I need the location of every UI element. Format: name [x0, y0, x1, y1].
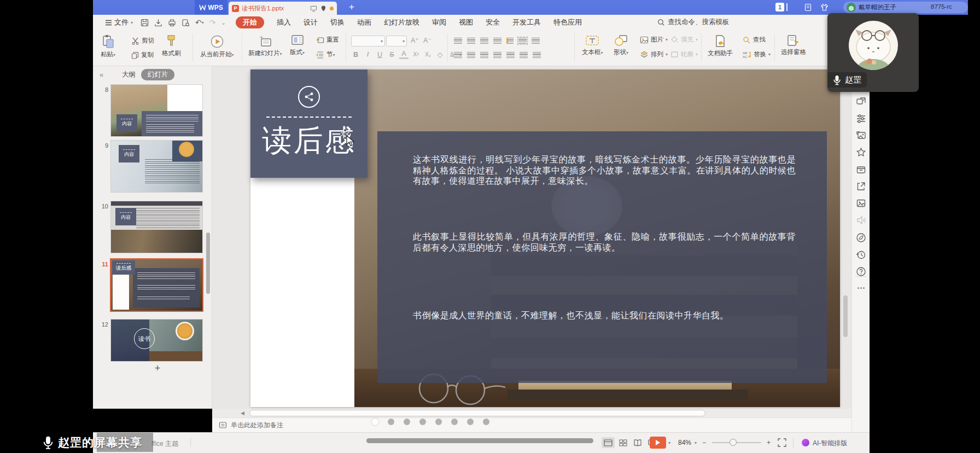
- columns-icon[interactable]: [532, 38, 540, 44]
- superscript-button[interactable]: X²: [411, 51, 421, 57]
- tab-slides[interactable]: 幻灯片: [141, 69, 175, 80]
- play-from-current-button[interactable]: 从当前开始▾: [200, 34, 234, 59]
- section-button[interactable]: 节▾: [316, 50, 335, 59]
- shapes-button[interactable]: 形状▾: [614, 34, 628, 56]
- location-pin-icon[interactable]: [320, 5, 327, 12]
- play-options-caret-icon[interactable]: ▾: [668, 440, 670, 445]
- slide-dot[interactable]: [451, 419, 458, 425]
- decrease-indent-icon[interactable]: [480, 38, 488, 44]
- undo-button[interactable]: ↶▾: [195, 18, 204, 27]
- tab-animation[interactable]: 动画: [357, 18, 371, 27]
- strikethrough-button[interactable]: S: [387, 51, 396, 59]
- document-tab[interactable]: P 读书报告1.pptx: [229, 2, 337, 15]
- tab-design[interactable]: 设计: [304, 18, 318, 27]
- undo-caret-icon[interactable]: ▾: [202, 20, 204, 25]
- print-icon[interactable]: [168, 19, 176, 27]
- font-color-button[interactable]: A: [399, 50, 409, 59]
- italic-button[interactable]: I: [363, 50, 372, 59]
- account-avatar[interactable]: [847, 3, 856, 12]
- subscript-button[interactable]: X₂: [423, 51, 433, 57]
- font-size-input[interactable]: ▾: [386, 36, 407, 47]
- skin-theme-icon[interactable]: [820, 3, 829, 11]
- tab-review[interactable]: 审阅: [432, 18, 446, 27]
- image-library-icon[interactable]: [856, 130, 866, 141]
- canvas-vertical-scrollbar[interactable]: [843, 295, 848, 337]
- bullets-icon[interactable]: [454, 38, 462, 44]
- clear-format-button[interactable]: ◇: [435, 50, 445, 59]
- panel-collapse-button[interactable]: «: [100, 71, 103, 79]
- doc-assistant-button[interactable]: 文档助手: [708, 34, 733, 57]
- switch-window-icon[interactable]: [856, 96, 866, 107]
- paragraph-settings-icon[interactable]: [518, 38, 527, 44]
- slide-dot-active[interactable]: [372, 419, 378, 425]
- find-button[interactable]: 查找: [743, 36, 766, 44]
- justify-icon[interactable]: [493, 52, 501, 58]
- textbox-button[interactable]: 文本框▾: [582, 34, 603, 56]
- slide-dot[interactable]: [483, 419, 489, 425]
- align-left-icon[interactable]: [454, 52, 462, 58]
- tab-security[interactable]: 安全: [486, 18, 500, 27]
- add-slide-button[interactable]: +: [150, 361, 165, 375]
- history-clock-icon[interactable]: [856, 249, 866, 260]
- increase-indent-icon[interactable]: [493, 38, 501, 44]
- slide-thumbnail-11-selected[interactable]: 读后感: [111, 259, 202, 311]
- tab-special[interactable]: 特色应用: [553, 18, 582, 27]
- normal-view-button[interactable]: [602, 437, 615, 448]
- tab-transition[interactable]: 切换: [330, 18, 345, 27]
- speaker-muted-icon[interactable]: [856, 215, 866, 225]
- quickbar-more-icon[interactable]: ⌄: [221, 20, 226, 26]
- align-right-icon[interactable]: [480, 52, 488, 58]
- slide-dot[interactable]: [419, 419, 426, 425]
- align-center-icon[interactable]: [467, 52, 475, 58]
- slide-sorter-view-button[interactable]: [616, 437, 629, 448]
- zoom-slider-thumb[interactable]: [730, 439, 737, 446]
- slide-dot[interactable]: [435, 419, 442, 425]
- print-preview-icon[interactable]: [182, 19, 190, 27]
- slide-thumbnail-10[interactable]: 内容: [111, 201, 202, 253]
- text-direction-icon[interactable]: [506, 38, 514, 44]
- slide-dot[interactable]: [404, 419, 410, 425]
- slide-thumbnail-9[interactable]: 内容: [111, 141, 202, 192]
- replace-button[interactable]: ABAC 替换▾: [743, 50, 771, 59]
- picture-button[interactable]: 图片▾: [640, 36, 668, 44]
- share-screen-icon[interactable]: [310, 5, 317, 12]
- slide-dot[interactable]: [388, 419, 394, 425]
- scroll-left-arrow-icon[interactable]: ◀: [241, 410, 244, 416]
- shrink-font-button[interactable]: A⁻: [423, 36, 432, 44]
- new-tab-button[interactable]: +: [346, 1, 358, 13]
- slide-paragraph-1[interactable]: 这本书双线进行，明线写到少年寻宝的故事，暗线写炼金术士的故事。少年历险寻宝的故事…: [413, 154, 796, 187]
- tab-slideshow[interactable]: 幻灯片放映: [384, 18, 419, 27]
- panel-scrollbar[interactable]: [206, 233, 210, 294]
- command-search[interactable]: 查找命令、搜索模板: [657, 18, 730, 27]
- more-options-icon[interactable]: [856, 283, 866, 293]
- distribute-icon[interactable]: [506, 52, 515, 58]
- ai-layout-button[interactable]: AI-智能排版: [813, 439, 847, 448]
- redo-button[interactable]: ↷: [209, 18, 216, 27]
- export-share-icon[interactable]: [856, 181, 866, 191]
- bold-button[interactable]: B: [351, 51, 360, 59]
- slide-paragraph-3[interactable]: 书倒像是成人世界的童话，不难理解，也不浅显，能让我们在阅读中升华自我。: [413, 310, 796, 321]
- zoom-caret-icon[interactable]: ▾: [695, 440, 697, 445]
- zoom-out-button[interactable]: −: [702, 439, 706, 446]
- tab-insert[interactable]: 插入: [277, 18, 291, 27]
- horizontal-scrollbar-thumb[interactable]: [249, 410, 705, 416]
- favorites-star-icon[interactable]: [856, 147, 866, 158]
- slide-thumbnail-8[interactable]: 内容: [111, 85, 202, 136]
- slide-paragraph-2[interactable]: 此书叙事上显得比较简单，但具有浓厚的哲理、象征、隐喻，故事很励志，一个个简单的故…: [413, 231, 796, 253]
- slide-title-box[interactable]: 读后感: [250, 69, 368, 178]
- zoom-in-button[interactable]: +: [767, 439, 771, 446]
- slide-page[interactable]: 这本书双线进行，明线写到少年寻宝的故事，暗线写炼金术士的故事。少年历险寻宝的故事…: [250, 69, 840, 407]
- fit-to-window-icon[interactable]: [778, 438, 786, 447]
- layout-button[interactable]: 版式▾: [290, 34, 305, 56]
- paste-button[interactable]: 粘贴▾: [101, 34, 115, 59]
- reading-view-button[interactable]: [631, 437, 644, 448]
- slide-thumbnail-12[interactable]: 读书: [111, 320, 202, 361]
- help-icon[interactable]: [856, 266, 866, 277]
- properties-sliders-icon[interactable]: [856, 113, 866, 124]
- output-icon[interactable]: [154, 19, 162, 27]
- tab-home[interactable]: 开始: [236, 16, 264, 28]
- eco-leaf-icon[interactable]: [856, 233, 866, 243]
- window-count-badge[interactable]: 1: [775, 3, 784, 11]
- notes-placeholder[interactable]: 单击此处添加备注: [231, 421, 283, 430]
- grow-font-button[interactable]: A⁺: [410, 36, 419, 44]
